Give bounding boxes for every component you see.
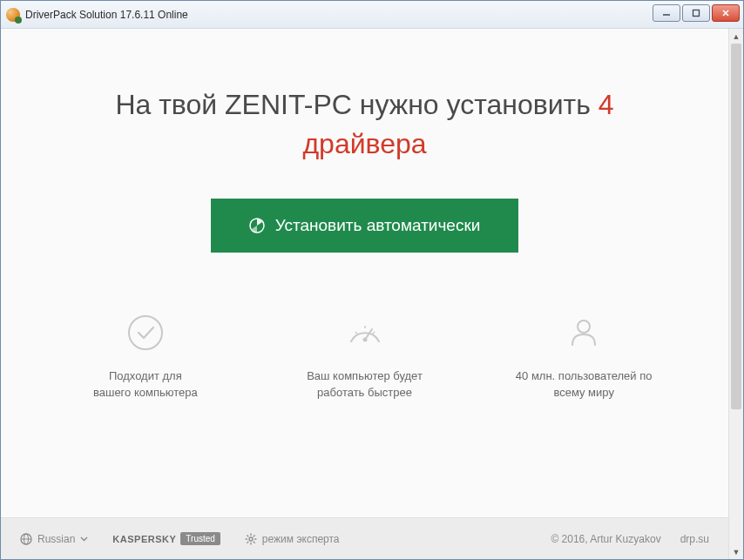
trusted-badge: Trusted xyxy=(180,532,220,545)
svg-line-10 xyxy=(373,332,375,334)
language-selector[interactable]: Russian xyxy=(20,533,88,545)
gear-icon xyxy=(245,533,257,545)
svg-point-15 xyxy=(249,537,253,541)
feature-text: Подходит для вашего компьютера xyxy=(51,368,240,401)
gauge-icon xyxy=(346,314,384,352)
minimize-button[interactable] xyxy=(653,4,680,22)
svg-point-5 xyxy=(129,316,162,349)
feature-text: 40 млн. пользователей по всему миру xyxy=(490,368,678,401)
client-area: На твой ZENIT-PC нужно установить 4 драй… xyxy=(1,29,743,559)
maximize-button[interactable] xyxy=(682,4,710,22)
svg-line-23 xyxy=(247,541,248,543)
features-row: Подходит для вашего компьютера xyxy=(1,314,728,401)
headline: На твой ZENIT-PC нужно установить 4 драй… xyxy=(1,85,728,164)
application-window: DriverPack Solution 17.6.11 Online На тв… xyxy=(0,0,744,560)
scroll-thumb[interactable] xyxy=(731,44,741,409)
window-controls xyxy=(653,4,740,22)
site-link[interactable]: drp.su xyxy=(680,533,709,545)
svg-line-8 xyxy=(355,332,357,334)
headline-suffix: драйвера xyxy=(302,128,426,159)
headline-pcname: ZENIT-PC xyxy=(225,89,352,120)
window-title: DriverPack Solution 17.6.11 Online xyxy=(25,9,188,21)
chevron-down-icon xyxy=(80,536,88,542)
kaspersky-trusted: KASPERSKY Trusted xyxy=(112,532,220,545)
install-icon xyxy=(249,218,265,233)
headline-count: 4 xyxy=(599,89,614,120)
kaspersky-label: KASPERSKY xyxy=(112,534,176,544)
check-circle-icon xyxy=(126,314,165,352)
svg-line-21 xyxy=(254,541,255,543)
svg-point-11 xyxy=(578,320,590,333)
app-icon xyxy=(6,8,20,22)
main-content: На твой ZENIT-PC нужно установить 4 драй… xyxy=(1,29,728,559)
language-label: Russian xyxy=(37,533,75,545)
expert-mode-link[interactable]: режим эксперта xyxy=(245,533,340,545)
footer-right: © 2016, Artur Kuzyakov drp.su xyxy=(551,533,709,545)
titlebar[interactable]: DriverPack Solution 17.6.11 Online xyxy=(1,1,743,29)
vertical-scrollbar[interactable]: ▲ ▼ xyxy=(728,29,743,559)
copyright: © 2016, Artur Kuzyakov xyxy=(551,533,660,545)
install-auto-button[interactable]: Установить автоматически xyxy=(211,199,519,253)
feature-text: Ваш компьютер будет работать быстрее xyxy=(271,368,459,401)
install-label: Установить автоматически xyxy=(275,216,481,235)
footer: Russian KASPERSKY Trusted xyxy=(1,517,728,559)
user-icon xyxy=(565,314,603,352)
svg-line-22 xyxy=(254,535,255,536)
headline-middle: нужно установить xyxy=(352,89,599,120)
feature-compatible: Подходит для вашего компьютера xyxy=(36,314,255,401)
headline-prefix: На твой xyxy=(115,89,225,120)
feature-faster: Ваш компьютер будет работать быстрее xyxy=(255,314,475,401)
scroll-up-arrow[interactable]: ▲ xyxy=(729,29,743,44)
svg-line-20 xyxy=(247,535,248,536)
expert-label: режим эксперта xyxy=(262,533,340,545)
feature-users: 40 млн. пользователей по всему миру xyxy=(474,314,693,401)
close-button[interactable] xyxy=(712,4,740,22)
scroll-down-arrow[interactable]: ▼ xyxy=(729,544,743,559)
svg-rect-1 xyxy=(693,10,700,17)
globe-icon xyxy=(20,533,32,545)
